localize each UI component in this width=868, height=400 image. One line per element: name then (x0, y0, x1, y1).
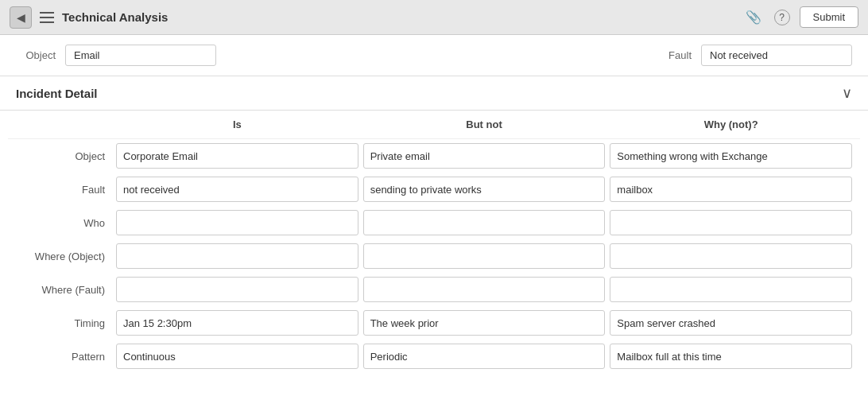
table-row: Who (8, 206, 860, 239)
why-not-input[interactable] (610, 344, 852, 369)
is-input[interactable] (116, 243, 358, 269)
is-input[interactable] (116, 210, 358, 235)
why-not-input[interactable] (610, 210, 852, 235)
chevron-down-icon[interactable]: ∨ (842, 84, 852, 102)
is-input[interactable] (116, 143, 358, 169)
object-fault-bar: Object Fault (0, 35, 868, 76)
but-not-input[interactable] (363, 310, 606, 336)
object-input[interactable] (65, 45, 216, 66)
why-not-input[interactable] (610, 310, 852, 336)
row-label: Who (16, 217, 111, 229)
hamburger-line-2 (40, 17, 54, 18)
hamburger-button[interactable] (40, 12, 54, 23)
column-headers: Is But not Why (not)? (8, 111, 860, 139)
submit-button[interactable]: Submit (800, 6, 858, 28)
is-input[interactable] (116, 177, 358, 202)
col-header-why-not: Why (not)? (610, 118, 852, 130)
col-header-empty (16, 118, 111, 130)
header-right: 📎 ? Submit (742, 6, 858, 29)
paperclip-icon: 📎 (746, 10, 761, 25)
but-not-input[interactable] (363, 277, 606, 302)
page-title: Technical Analysis (62, 10, 168, 24)
row-label: Where (Fault) (16, 284, 111, 296)
table-row: Object (8, 139, 860, 173)
is-input[interactable] (116, 277, 358, 302)
paperclip-button[interactable]: 📎 (742, 6, 765, 29)
but-not-input[interactable] (363, 243, 606, 269)
but-not-input[interactable] (363, 177, 606, 202)
why-not-input[interactable] (610, 143, 852, 169)
but-not-input[interactable] (363, 143, 606, 169)
table-container: Is But not Why (not)? ObjectFaultWhoWher… (0, 111, 868, 400)
hamburger-line-3 (40, 21, 54, 23)
table-row: Timing (8, 306, 860, 340)
row-label: Pattern (16, 351, 111, 363)
help-icon: ? (774, 10, 790, 25)
back-button[interactable]: ◀ (10, 6, 32, 29)
table-row: Where (Fault) (8, 273, 860, 306)
table-row: Fault (8, 173, 860, 206)
why-not-input[interactable] (610, 177, 852, 202)
col-header-but-not: But not (363, 118, 606, 130)
table-row: Where (Object) (8, 239, 860, 273)
but-not-input[interactable] (363, 344, 606, 369)
header-left: ◀ Technical Analysis (10, 6, 168, 29)
row-label: Object (16, 150, 111, 162)
hamburger-line-1 (40, 12, 54, 14)
why-not-input[interactable] (610, 277, 852, 302)
is-input[interactable] (116, 310, 358, 336)
why-not-input[interactable] (610, 243, 852, 269)
table-rows: ObjectFaultWhoWhere (Object)Where (Fault… (8, 139, 860, 373)
back-icon: ◀ (17, 11, 25, 24)
header: ◀ Technical Analysis 📎 ? Submit (0, 0, 868, 35)
object-label: Object (16, 49, 56, 61)
but-not-input[interactable] (363, 210, 606, 235)
fault-input[interactable] (701, 45, 852, 66)
table-row: Pattern (8, 340, 860, 373)
row-label: Timing (16, 317, 111, 329)
incident-detail-title: Incident Detail (16, 87, 98, 100)
row-label: Where (Object) (16, 250, 111, 262)
incident-detail-header: Incident Detail ∨ (0, 76, 868, 111)
is-input[interactable] (116, 344, 358, 369)
row-label: Fault (16, 184, 111, 196)
col-header-is: Is (116, 118, 358, 130)
help-button[interactable]: ? (771, 6, 793, 29)
fault-label: Fault (664, 49, 692, 61)
